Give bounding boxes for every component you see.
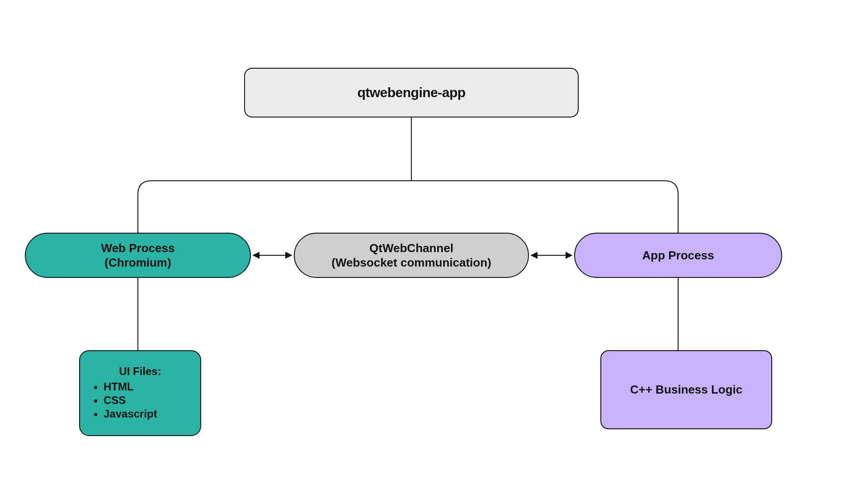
edge-root-rail — [138, 181, 678, 194]
list-item: HTML — [104, 380, 157, 393]
node-qtwebchannel-line1: QtWebChannel — [331, 241, 491, 256]
node-ui-files: UI Files: HTML CSS Javascript — [79, 350, 201, 436]
node-web-process: Web Process (Chromium) — [25, 233, 251, 278]
node-cpp-label: C++ Business Logic — [630, 383, 743, 397]
list-item: Javascript — [104, 408, 157, 420]
node-web-process-line2: (Chromium) — [101, 255, 175, 270]
node-qtwebchannel: QtWebChannel (Websocket communication) — [294, 233, 529, 278]
node-app-process: App Process — [574, 233, 782, 278]
node-root: qtwebengine-app — [244, 68, 579, 117]
node-cpp: C++ Business Logic — [600, 350, 772, 429]
list-item: CSS — [104, 394, 157, 407]
ui-files-title: UI Files: — [119, 365, 161, 378]
node-qtwebchannel-line2: (Websocket communication) — [331, 255, 491, 270]
node-root-label: qtwebengine-app — [357, 85, 465, 100]
node-app-process-label: App Process — [642, 248, 714, 263]
diagram-canvas: qtwebengine-app Web Process (Chromium) Q… — [0, 0, 868, 488]
node-web-process-line1: Web Process — [101, 241, 175, 256]
ui-files-list: HTML CSS Javascript — [104, 380, 157, 421]
